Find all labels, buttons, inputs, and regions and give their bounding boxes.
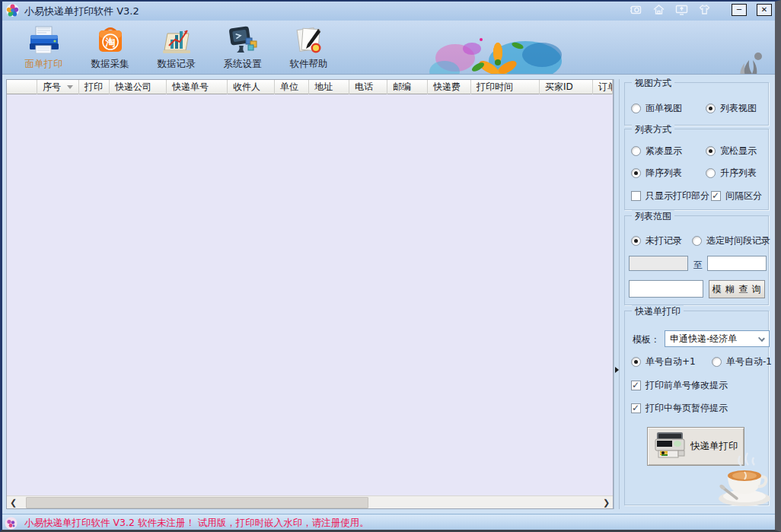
toolbar-button-system-settings[interactable]: 系统设置 bbox=[209, 22, 276, 72]
panel-splitter[interactable] bbox=[614, 79, 620, 509]
system-monitor-icon bbox=[226, 24, 260, 57]
toolbar-button-help[interactable]: 软件帮助 bbox=[276, 22, 342, 72]
radio-ascending-list[interactable]: 升序列表 bbox=[706, 167, 757, 180]
group-title: 快递单打印 bbox=[632, 305, 684, 318]
coffee-cup-icon bbox=[714, 451, 773, 508]
group-title: 视图方式 bbox=[632, 77, 674, 90]
app-logo-icon bbox=[5, 3, 20, 18]
home-icon[interactable] bbox=[652, 3, 665, 16]
radio-loose-display[interactable]: 宽松显示 bbox=[706, 145, 757, 158]
template-dropdown[interactable]: 申通快递-经济单 bbox=[665, 330, 770, 347]
group-title: 列表方式 bbox=[632, 123, 674, 136]
sort-arrow-icon[interactable] bbox=[67, 85, 73, 89]
list-range-group: 列表范围 未打记录 选定时间段记录 至 模 糊 查 询 bbox=[624, 215, 769, 305]
radio-number-plus-one[interactable]: 单号自动+1 bbox=[631, 355, 696, 368]
radio-icon[interactable] bbox=[631, 236, 641, 246]
toolbar-label: 系统设置 bbox=[224, 58, 262, 71]
scroll-left-arrow-icon[interactable]: ❮ bbox=[7, 496, 20, 509]
taobao-bag-icon: 淘 bbox=[94, 24, 127, 57]
collapse-arrow-icon[interactable] bbox=[615, 367, 619, 373]
toolbar-label: 数据采集 bbox=[91, 58, 129, 71]
checkbox-icon[interactable] bbox=[631, 403, 641, 413]
bar-chart-icon bbox=[160, 24, 193, 57]
toolbar-label: 数据记录 bbox=[158, 58, 196, 71]
photo-printer-icon bbox=[652, 429, 687, 464]
list-mode-group: 列表方式 紧凑显示 宽松显示 降序列表 升序列表 bbox=[624, 129, 769, 210]
radio-icon[interactable] bbox=[692, 236, 702, 246]
checkbox-icon[interactable] bbox=[631, 381, 641, 390]
horizontal-scrollbar[interactable]: ❮ ❯ bbox=[7, 495, 613, 508]
column-header-courier[interactable]: 快递公司 bbox=[110, 80, 167, 94]
to-label: 至 bbox=[693, 259, 703, 272]
title-bar: 小易快递单打印软件 V3.2 bbox=[0, 0, 781, 21]
radio-list-view[interactable]: 列表视图 bbox=[706, 102, 757, 115]
template-label: 模板： bbox=[633, 333, 660, 346]
column-header-tracking-no[interactable]: 快递单号 bbox=[167, 80, 228, 94]
search-input[interactable] bbox=[629, 280, 703, 298]
date-to-input[interactable] bbox=[707, 256, 767, 271]
column-header-print[interactable]: 打印 bbox=[79, 80, 110, 94]
column-header-unit[interactable]: 单位 bbox=[275, 80, 309, 94]
checkbox-modify-prompt[interactable]: 打印前单号修改提示 bbox=[631, 379, 728, 392]
checkbox-interval-separate[interactable]: 间隔区分 bbox=[711, 190, 762, 202]
toolbar-buttons: 面单打印 淘 数据采集 bbox=[11, 22, 342, 72]
column-header-recipient[interactable]: 收件人 bbox=[228, 80, 275, 94]
records-table: 序号 打印 快递公司 快递单号 收件人 单位 地址 电话 邮编 快递费 打印时间… bbox=[6, 79, 614, 509]
toolbar-button-data-collect[interactable]: 淘 数据采集 bbox=[77, 22, 143, 72]
column-header-zip[interactable]: 邮编 bbox=[387, 80, 428, 94]
screen-share-icon[interactable] bbox=[675, 3, 688, 16]
scrollbar-track[interactable] bbox=[20, 496, 600, 509]
close-button[interactable]: ✕ bbox=[757, 4, 772, 16]
scroll-right-arrow-icon[interactable]: ❯ bbox=[600, 496, 613, 509]
radio-icon[interactable] bbox=[631, 168, 641, 178]
view-mode-group: 视图方式 面单视图 列表视图 bbox=[624, 82, 769, 126]
table-body-empty[interactable] bbox=[7, 94, 613, 496]
radio-icon[interactable] bbox=[706, 146, 716, 156]
radio-number-minus-one[interactable]: 单号自动-1 bbox=[712, 355, 772, 368]
radio-time-range-records[interactable]: 选定时间段记录 bbox=[692, 234, 770, 247]
svg-text:淘: 淘 bbox=[104, 37, 115, 48]
toolbar-button-label-print[interactable]: 面单打印 bbox=[11, 22, 77, 72]
table-header-row: 序号 打印 快递公司 快递单号 收件人 单位 地址 电话 邮编 快递费 打印时间… bbox=[7, 80, 613, 94]
radio-icon[interactable] bbox=[706, 168, 716, 178]
status-bar: 小易快递单打印软件 V3.2 软件未注册！ 试用版，打印时嵌入水印，请注册使用。 bbox=[0, 514, 781, 532]
radio-icon[interactable] bbox=[631, 357, 641, 367]
date-from-input[interactable] bbox=[629, 256, 688, 271]
camera-icon[interactable] bbox=[630, 3, 642, 16]
checkbox-only-printed[interactable]: 只显示打印部分 bbox=[631, 190, 709, 202]
radio-icon[interactable] bbox=[631, 146, 641, 156]
radio-icon[interactable] bbox=[706, 104, 716, 113]
column-header-print-time[interactable]: 打印时间 bbox=[471, 80, 540, 94]
checkbox-pause-prompt[interactable]: 打印中每页暂停提示 bbox=[631, 402, 728, 415]
radio-sheet-view[interactable]: 面单视图 bbox=[631, 102, 682, 115]
template-value: 申通快递-经济单 bbox=[670, 333, 737, 346]
column-header-fee[interactable]: 快递费 bbox=[428, 80, 471, 94]
checkbox-icon[interactable] bbox=[631, 191, 641, 201]
window-title: 小易快递单打印软件 V3.2 bbox=[24, 5, 139, 18]
tshirt-skin-icon[interactable] bbox=[698, 3, 711, 16]
radio-descending-list[interactable]: 降序列表 bbox=[631, 167, 682, 180]
registration-notice: 小易快递单打印软件 V3.2 软件未注册！ 试用版，打印时嵌入水印，请注册使用。 bbox=[24, 517, 369, 530]
radio-icon[interactable] bbox=[631, 104, 641, 113]
radio-unprinted-records[interactable]: 未打记录 bbox=[631, 234, 682, 247]
column-header-address[interactable]: 地址 bbox=[309, 80, 349, 94]
group-title: 列表范围 bbox=[632, 210, 674, 223]
settings-panel: 视图方式 面单视图 列表视图 列表方式 紧凑显示 bbox=[620, 79, 775, 512]
blue-printer-icon bbox=[27, 24, 61, 57]
radio-compact-display[interactable]: 紧凑显示 bbox=[631, 145, 682, 158]
titlebar-icon-group: ─ ✕ bbox=[630, 3, 772, 16]
main-area: 序号 打印 快递公司 快递单号 收件人 单位 地址 电话 邮编 快递费 打印时间… bbox=[0, 74, 781, 514]
fuzzy-query-button[interactable]: 模 糊 查 询 bbox=[709, 280, 765, 298]
main-toolbar: 面单打印 淘 数据采集 bbox=[0, 21, 781, 74]
column-header-order[interactable]: 订单 bbox=[593, 80, 613, 94]
radio-icon[interactable] bbox=[712, 357, 722, 367]
toolbar-button-data-records[interactable]: 数据记录 bbox=[143, 22, 209, 72]
chevron-down-icon bbox=[758, 335, 765, 342]
checkbox-icon[interactable] bbox=[711, 191, 721, 201]
column-header-seq[interactable]: 序号 bbox=[37, 80, 79, 94]
column-header-buyer-id[interactable]: 买家ID bbox=[540, 80, 593, 94]
column-header-phone[interactable]: 电话 bbox=[349, 80, 387, 94]
minimize-button[interactable]: ─ bbox=[732, 4, 747, 16]
scrollbar-thumb[interactable] bbox=[26, 497, 368, 508]
column-header-blank[interactable] bbox=[7, 80, 37, 94]
